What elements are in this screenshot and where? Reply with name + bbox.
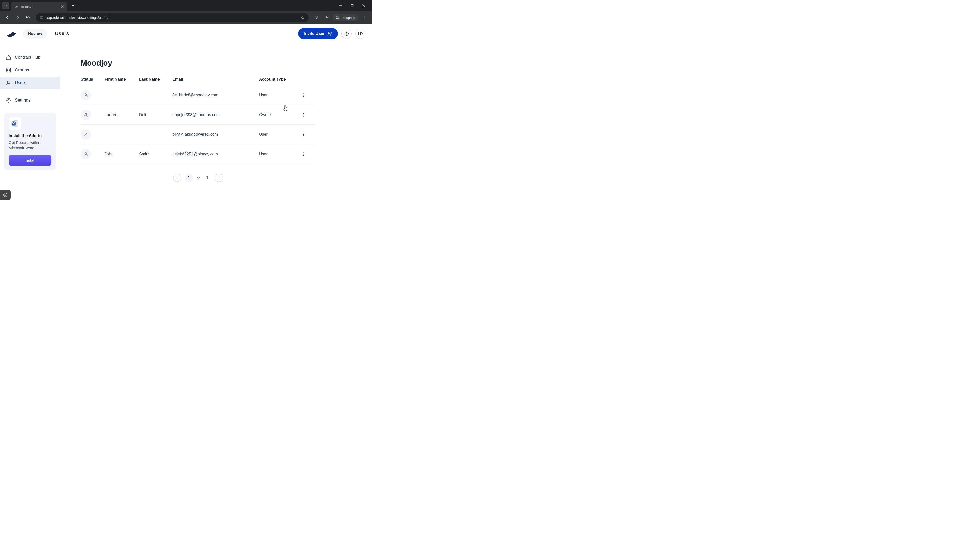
app-header: Review Users Invite User LD <box>0 24 372 43</box>
svg-point-10 <box>7 81 9 83</box>
page-of-label: of <box>197 176 200 180</box>
page-prev-button[interactable] <box>173 174 181 182</box>
help-button[interactable] <box>342 29 352 39</box>
status-avatar-icon <box>81 110 91 120</box>
cell-email: dopejot393@konetas.com <box>172 113 259 117</box>
tab-search-dropdown[interactable] <box>2 2 9 9</box>
sidebar-item-label: Settings <box>15 98 30 103</box>
question-icon <box>344 31 349 36</box>
gear-icon <box>6 97 11 103</box>
svg-point-30 <box>304 154 304 155</box>
pagination: 1 of 1 <box>81 174 315 182</box>
col-first-name: First Name <box>105 77 139 82</box>
main-content: Moodjoy Status First Name Last Name Emai… <box>60 43 372 208</box>
page-current: 1 <box>185 174 193 182</box>
svg-point-17 <box>304 94 304 94</box>
svg-point-22 <box>304 114 304 115</box>
address-bar[interactable]: app.robinai.co.uk/review/settings/users/ <box>36 13 309 22</box>
window-close-icon[interactable] <box>360 2 368 9</box>
svg-point-23 <box>304 116 304 117</box>
cell-email: 8e1bbdc8@moodjoy.com <box>172 93 259 97</box>
svg-point-11 <box>8 100 9 101</box>
sidebar-item-contract-hub[interactable]: Contract Hub <box>0 51 60 64</box>
svg-point-26 <box>304 134 304 135</box>
grid-icon <box>6 67 11 73</box>
invite-user-label: Invite User <box>304 32 325 36</box>
cell-first-name: John <box>105 152 139 156</box>
table-row: 8e1bbdc8@moodjoy.com User <box>81 86 315 105</box>
page-total: 1 <box>203 174 211 182</box>
user-plus-icon <box>327 31 332 36</box>
tab-title: Robin AI <box>21 5 58 9</box>
svg-point-2 <box>364 17 365 18</box>
row-actions-button[interactable] <box>298 132 310 137</box>
page-next-button[interactable] <box>215 174 223 182</box>
svg-point-28 <box>85 152 86 154</box>
cell-account-type: User <box>259 152 298 156</box>
support-widget-button[interactable] <box>0 190 11 200</box>
users-table: Status First Name Last Name Email Accoun… <box>81 77 315 164</box>
addin-subtitle: Get Reports within Microsoft Word! <box>9 140 51 151</box>
status-avatar-icon <box>81 149 91 159</box>
bookmark-star-icon[interactable] <box>301 15 305 20</box>
col-email: Email <box>172 77 259 82</box>
svg-point-18 <box>304 95 304 96</box>
row-actions-button[interactable] <box>298 113 310 117</box>
sidebar-item-settings[interactable]: Settings <box>0 94 60 106</box>
svg-point-4 <box>328 32 330 34</box>
incognito-indicator[interactable]: Incognito <box>332 14 358 21</box>
cell-email: nejek62251@ploncy.com <box>172 152 259 156</box>
user-avatar[interactable]: LD <box>355 29 366 39</box>
addin-install-button[interactable]: Install <box>9 155 51 165</box>
more-vertical-icon <box>301 152 306 156</box>
tab-close-icon[interactable] <box>60 5 64 9</box>
svg-point-25 <box>304 133 304 133</box>
svg-rect-6 <box>6 68 8 70</box>
cell-email: lxkvt@akirapowered.com <box>172 132 259 137</box>
browser-toolbar: app.robinai.co.uk/review/settings/users/… <box>0 11 372 24</box>
word-icon <box>9 118 21 130</box>
browser-menu-icon[interactable] <box>360 13 369 22</box>
sidebar-item-label: Contract Hub <box>15 55 40 60</box>
more-vertical-icon <box>301 93 306 97</box>
cell-account-type: Owner <box>259 113 298 117</box>
review-nav-button[interactable]: Review <box>23 29 47 38</box>
extensions-icon[interactable] <box>312 13 321 22</box>
window-maximize-icon[interactable] <box>348 2 356 9</box>
new-tab-button[interactable]: + <box>69 2 76 9</box>
browser-reload-button[interactable] <box>24 13 32 22</box>
svg-point-15 <box>5 194 6 196</box>
browser-forward-button[interactable] <box>13 13 22 22</box>
browser-tab[interactable]: Robin AI <box>11 2 67 11</box>
svg-rect-7 <box>9 68 11 70</box>
svg-rect-8 <box>6 71 8 72</box>
row-actions-button[interactable] <box>298 93 310 97</box>
col-status: Status <box>81 77 105 82</box>
table-row: John Smith nejek62251@ploncy.com User <box>81 144 315 164</box>
more-vertical-icon <box>301 113 306 117</box>
window-minimize-icon[interactable] <box>337 2 344 9</box>
sidebar-item-label: Users <box>15 80 26 86</box>
invite-user-button[interactable]: Invite User <box>298 28 338 39</box>
svg-point-3 <box>364 19 365 19</box>
col-account-type: Account Type <box>259 77 298 82</box>
downloads-icon[interactable] <box>322 13 331 22</box>
table-header: Status First Name Last Name Email Accoun… <box>81 77 315 86</box>
svg-point-31 <box>304 155 304 156</box>
robin-logo-icon[interactable] <box>6 29 18 39</box>
svg-point-29 <box>304 152 304 153</box>
site-settings-icon[interactable] <box>39 16 43 20</box>
cell-first-name: Lauren <box>105 113 139 117</box>
row-actions-button[interactable] <box>298 152 310 156</box>
browser-tab-strip: Robin AI + <box>0 0 372 11</box>
svg-point-1 <box>364 16 365 17</box>
cell-last-name: Smith <box>139 152 172 156</box>
status-avatar-icon <box>81 90 91 100</box>
sidebar-item-users[interactable]: Users <box>0 76 60 89</box>
svg-point-19 <box>304 96 304 97</box>
svg-point-20 <box>85 113 86 115</box>
home-icon <box>6 55 11 60</box>
sidebar-item-groups[interactable]: Groups <box>0 64 60 76</box>
svg-rect-0 <box>351 5 353 7</box>
browser-back-button[interactable] <box>3 13 12 22</box>
